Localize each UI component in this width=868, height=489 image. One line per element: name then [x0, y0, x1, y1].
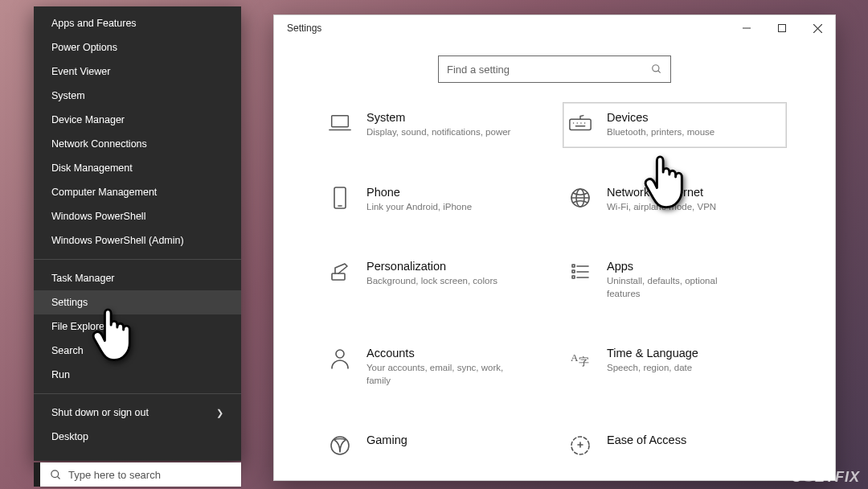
- search-icon: [50, 469, 62, 481]
- ctx-item-label: Search: [51, 345, 84, 356]
- tile-accounts[interactable]: AccountsYour accounts, email, sync, work…: [322, 338, 547, 396]
- ctx-item-label: Windows PowerShell: [51, 211, 145, 222]
- ctx-item-label: Power Options: [51, 42, 117, 53]
- ctx-item-network-connections[interactable]: Network Connections: [34, 132, 241, 156]
- winx-context-menu[interactable]: Apps and FeaturesPower OptionsEvent View…: [34, 6, 241, 461]
- paint-icon: [328, 260, 352, 284]
- ctx-item-computer-management[interactable]: Computer Management: [34, 180, 241, 204]
- tile-title: Apps: [607, 260, 751, 273]
- svg-point-0: [51, 470, 59, 477]
- ctx-item-label: System: [51, 90, 85, 101]
- tile-personalization[interactable]: PersonalizationBackground, lock screen, …: [322, 251, 547, 309]
- tile-subtitle: Display, sound, notifications, power: [366, 126, 510, 139]
- ctx-item-disk-management[interactable]: Disk Management: [34, 156, 241, 180]
- language-icon: A字: [568, 347, 592, 371]
- ctx-item-label: Apps and Features: [51, 18, 137, 29]
- laptop-icon: [328, 111, 352, 135]
- ctx-item-label: Run: [51, 369, 70, 380]
- settings-tiles-grid: SystemDisplay, sound, notifications, pow…: [274, 102, 835, 475]
- ctx-item-desktop[interactable]: Desktop: [34, 425, 241, 449]
- svg-point-28: [336, 350, 344, 358]
- maximize-button[interactable]: [764, 15, 800, 41]
- ctx-item-run[interactable]: Run: [34, 363, 241, 387]
- svg-rect-21: [332, 273, 345, 280]
- svg-rect-25: [572, 265, 575, 267]
- start-button-edge[interactable]: [34, 462, 40, 487]
- ctx-item-label: Settings: [51, 297, 88, 308]
- tile-title: System: [366, 111, 510, 124]
- tile-ease[interactable]: Ease of Access: [563, 425, 787, 466]
- tile-gaming[interactable]: Gaming: [322, 425, 547, 466]
- keyboard-icon: [568, 111, 592, 135]
- svg-text:A: A: [571, 351, 579, 364]
- search-icon: [651, 64, 662, 75]
- ctx-item-label: Disk Management: [51, 162, 133, 174]
- ctx-item-device-manager[interactable]: Device Manager: [34, 108, 241, 132]
- ctx-item-label: Network Connections: [51, 138, 147, 150]
- svg-rect-10: [570, 119, 591, 129]
- close-button[interactable]: [800, 15, 835, 41]
- svg-rect-16: [334, 187, 346, 208]
- tile-title: Accounts: [366, 347, 511, 360]
- tile-subtitle: Speech, region, date: [607, 362, 698, 375]
- settings-search-input[interactable]: Find a setting: [438, 55, 671, 83]
- svg-rect-27: [572, 276, 575, 278]
- phone-icon: [328, 186, 352, 210]
- tile-title: Time & Language: [607, 347, 698, 360]
- ctx-item-shut-down-or-sign-out[interactable]: Shut down or sign out❯: [34, 401, 241, 425]
- ctx-item-windows-powershell[interactable]: Windows PowerShell: [34, 204, 241, 228]
- ctx-item-apps-and-features[interactable]: Apps and Features: [34, 11, 241, 35]
- ctx-item-label: Desktop: [51, 431, 88, 442]
- ctx-item-event-viewer[interactable]: Event Viewer: [34, 60, 241, 84]
- tile-subtitle: Your accounts, email, sync, work, family: [366, 362, 511, 387]
- svg-rect-26: [572, 270, 575, 273]
- ctx-item-label: Device Manager: [51, 114, 125, 125]
- ctx-item-label: Windows PowerShell (Admin): [51, 235, 184, 246]
- person-icon: [328, 347, 352, 371]
- ease-icon: [568, 434, 592, 458]
- ctx-group-3: Shut down or sign out❯Desktop: [34, 396, 241, 454]
- watermark: UGETFIX: [792, 469, 860, 486]
- taskbar-search[interactable]: Type here to search: [40, 462, 241, 487]
- ctx-item-search[interactable]: Search: [34, 339, 241, 363]
- titlebar[interactable]: Settings: [274, 15, 835, 41]
- svg-point-6: [653, 65, 659, 72]
- tile-title: Gaming: [366, 434, 407, 446]
- window-title: Settings: [287, 23, 321, 34]
- tile-system[interactable]: SystemDisplay, sound, notifications, pow…: [322, 102, 547, 148]
- ctx-item-label: Computer Management: [51, 187, 157, 198]
- tile-subtitle: Background, lock screen, colors: [366, 275, 497, 288]
- tile-title: Personalization: [366, 260, 497, 273]
- ctx-group-1: Apps and FeaturesPower OptionsEvent View…: [34, 6, 241, 257]
- settings-search-placeholder: Find a setting: [447, 64, 510, 76]
- taskbar-search-placeholder: Type here to search: [68, 469, 161, 481]
- svg-rect-8: [332, 116, 349, 127]
- menu-separator: [34, 259, 241, 260]
- ctx-item-windows-powershell-admin-[interactable]: Windows PowerShell (Admin): [34, 228, 241, 253]
- hand-cursor-icon: [643, 153, 690, 211]
- tile-subtitle: Uninstall, defaults, optional features: [607, 275, 751, 300]
- globe-icon: [568, 186, 592, 210]
- minimize-button[interactable]: [729, 15, 764, 41]
- tile-apps[interactable]: AppsUninstall, defaults, optional featur…: [563, 251, 787, 309]
- ctx-item-file-explorer[interactable]: File Explorer: [34, 314, 241, 339]
- svg-text:字: 字: [579, 355, 589, 368]
- tile-title: Ease of Access: [607, 434, 686, 446]
- svg-line-7: [658, 71, 661, 73]
- ctx-item-label: Task Manager: [51, 273, 115, 284]
- tile-title: Devices: [607, 111, 714, 124]
- chevron-right-icon: ❯: [216, 408, 223, 418]
- ctx-item-system[interactable]: System: [34, 84, 241, 108]
- ctx-item-settings[interactable]: Settings: [34, 290, 241, 314]
- xbox-icon: [328, 434, 352, 458]
- tile-devices[interactable]: DevicesBluetooth, printers, mouse: [563, 102, 787, 148]
- svg-rect-3: [779, 25, 786, 32]
- tile-phone[interactable]: PhoneLink your Android, iPhone: [322, 177, 547, 223]
- tile-time[interactable]: A字Time & LanguageSpeech, region, date: [563, 338, 787, 396]
- tile-subtitle: Link your Android, iPhone: [366, 201, 472, 214]
- svg-line-1: [57, 476, 59, 479]
- ctx-item-task-manager[interactable]: Task Manager: [34, 266, 241, 290]
- ctx-item-power-options[interactable]: Power Options: [34, 35, 241, 60]
- hand-cursor-icon: [91, 306, 137, 364]
- tile-subtitle: Bluetooth, printers, mouse: [607, 126, 714, 139]
